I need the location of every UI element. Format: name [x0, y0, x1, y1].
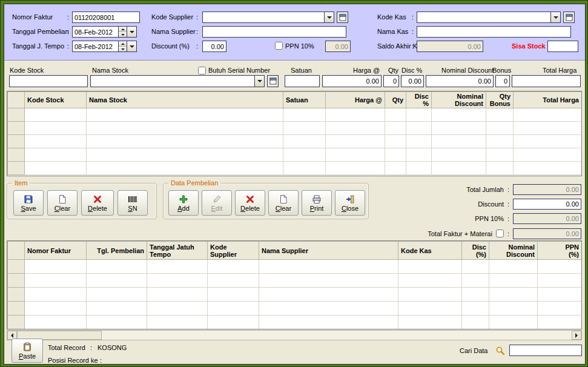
grid-cell[interactable]: [326, 135, 385, 148]
grid-cell[interactable]: [147, 274, 208, 288]
tanggal-pembelian-input[interactable]: [73, 27, 118, 37]
spin-down-button[interactable]: [119, 31, 127, 37]
grid-cell[interactable]: [87, 162, 283, 175]
grid-cell[interactable]: [326, 148, 385, 162]
total-discount-input[interactable]: [513, 199, 581, 210]
print-button[interactable]: Print: [302, 190, 332, 216]
grid-cell[interactable]: [489, 260, 538, 274]
tanggal-tempo-dropdown-button[interactable]: [127, 41, 136, 51]
nama-stock-dropdown-button[interactable]: [254, 76, 264, 87]
disc-input[interactable]: [401, 75, 424, 87]
grid-cell[interactable]: [489, 288, 538, 302]
grid-cell[interactable]: [514, 162, 582, 175]
cari-data-search-button[interactable]: [494, 345, 507, 357]
tanggal-pembelian-picker[interactable]: [72, 26, 137, 38]
grid-cell[interactable]: [147, 288, 208, 302]
add-button[interactable]: Add: [168, 190, 199, 216]
grid-cell[interactable]: [87, 260, 147, 274]
nama-stock-combo-input[interactable]: [91, 76, 254, 87]
grid-cell[interactable]: [398, 316, 462, 329]
grid-cell[interactable]: [87, 316, 147, 329]
tanggal-tempo-picker[interactable]: [72, 41, 137, 52]
grid-cell[interactable]: [514, 108, 582, 122]
grid-cell[interactable]: [406, 148, 432, 162]
row-selector-cell[interactable]: [8, 148, 25, 162]
tanggal-tempo-input[interactable]: [73, 41, 118, 51]
grid-cell[interactable]: [326, 122, 385, 135]
grid-cell[interactable]: [283, 162, 326, 175]
grid-cell[interactable]: [486, 135, 514, 148]
grid-cell[interactable]: [514, 122, 582, 135]
grid-cell[interactable]: [432, 122, 486, 135]
spin-up-button[interactable]: [119, 27, 127, 31]
grid-cell[interactable]: [208, 274, 259, 288]
harga-input[interactable]: [322, 75, 382, 87]
grid-cell[interactable]: [25, 316, 87, 329]
grid-cell[interactable]: [87, 288, 147, 302]
grid-row[interactable]: [8, 302, 582, 316]
grid-cell[interactable]: [259, 288, 398, 302]
grid-cell[interactable]: [25, 274, 87, 288]
grid-cell[interactable]: [147, 316, 208, 329]
grid-cell[interactable]: [259, 316, 398, 329]
grid-cell[interactable]: [25, 122, 87, 135]
nomor-faktur-input[interactable]: [72, 12, 140, 23]
clear-item-button[interactable]: Clear: [47, 190, 78, 216]
grid-cell[interactable]: [25, 302, 87, 316]
grid-row[interactable]: [8, 316, 582, 329]
kode-kas-lookup-button[interactable]: [563, 12, 575, 23]
grid-row[interactable]: [8, 108, 582, 122]
grid-cell[interactable]: [432, 108, 486, 122]
grid-cell[interactable]: [406, 108, 432, 122]
grid-cell[interactable]: [538, 260, 582, 274]
total-harga-input[interactable]: [512, 75, 581, 87]
grid-cell[interactable]: [87, 108, 283, 122]
nama-stock-lookup-button[interactable]: [267, 75, 279, 87]
serial-number-checkbox[interactable]: [198, 67, 206, 74]
tanggal-tempo-spinner[interactable]: [118, 41, 127, 51]
grid-cell[interactable]: [514, 148, 582, 162]
grid-cell[interactable]: [208, 316, 259, 329]
grid-cell[interactable]: [385, 162, 406, 175]
nama-kas-input[interactable]: [417, 26, 571, 38]
grid-cell[interactable]: [489, 274, 538, 288]
grid-cell[interactable]: [87, 122, 283, 135]
grid-cell[interactable]: [406, 135, 432, 148]
grid-cell[interactable]: [398, 302, 462, 316]
ppn-checkbox[interactable]: [275, 42, 283, 50]
row-selector-cell[interactable]: [8, 162, 25, 175]
grid-cell[interactable]: [259, 260, 398, 274]
nama-stock-combo[interactable]: [90, 75, 265, 87]
grid-cell[interactable]: [25, 162, 87, 175]
materai-checkbox[interactable]: [496, 230, 504, 237]
grid-cell[interactable]: [326, 108, 385, 122]
grid-cell[interactable]: [87, 148, 283, 162]
grid-cell[interactable]: [486, 148, 514, 162]
grid-cell[interactable]: [385, 148, 406, 162]
close-button[interactable]: Close: [335, 190, 365, 216]
sn-button[interactable]: SN: [117, 190, 148, 216]
row-selector-cell[interactable]: [8, 316, 25, 329]
grid-cell[interactable]: [259, 302, 398, 316]
grid-cell[interactable]: [432, 135, 486, 148]
paste-button[interactable]: Paste: [12, 339, 43, 363]
grid-cell[interactable]: [538, 274, 582, 288]
scrollbar-track[interactable]: [17, 331, 572, 340]
grid-cell[interactable]: [486, 162, 514, 175]
grid-row[interactable]: [8, 162, 582, 175]
grid-cell[interactable]: [406, 162, 432, 175]
kode-supplier-lookup-button[interactable]: [337, 12, 348, 23]
grid-row[interactable]: [8, 122, 582, 135]
spin-down-button[interactable]: [119, 46, 127, 51]
grid-cell[interactable]: [385, 122, 406, 135]
scroll-right-button[interactable]: [572, 331, 581, 340]
grid-cell[interactable]: [398, 288, 462, 302]
qty-input[interactable]: [383, 75, 399, 87]
row-selector-cell[interactable]: [8, 135, 25, 148]
bonus-input[interactable]: [495, 75, 510, 87]
grid-cell[interactable]: [147, 260, 208, 274]
delete-item-button[interactable]: Delete: [81, 190, 114, 216]
grid-cell[interactable]: [25, 135, 87, 148]
grid-cell[interactable]: [489, 316, 538, 329]
grid-cell[interactable]: [147, 302, 208, 316]
